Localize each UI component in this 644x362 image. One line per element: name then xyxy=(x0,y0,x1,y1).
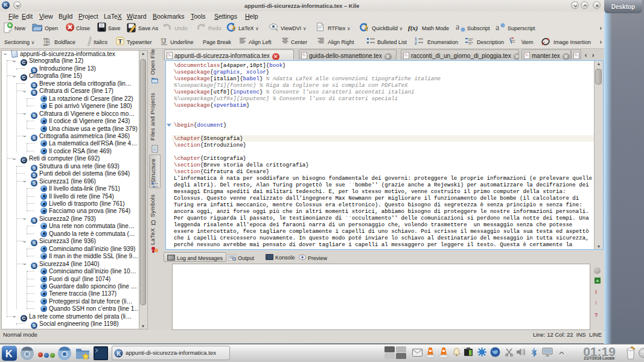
svg-text:T: T xyxy=(118,37,123,45)
svg-text:U: U xyxy=(161,37,167,45)
svg-text:1: 1 xyxy=(415,37,417,41)
svg-text:2: 2 xyxy=(415,41,417,45)
svg-text:a: a xyxy=(496,23,500,32)
svg-text:K: K xyxy=(116,351,121,357)
svg-text:B: B xyxy=(43,37,50,46)
svg-text:K: K xyxy=(5,349,13,359)
svg-text:a: a xyxy=(456,22,460,31)
